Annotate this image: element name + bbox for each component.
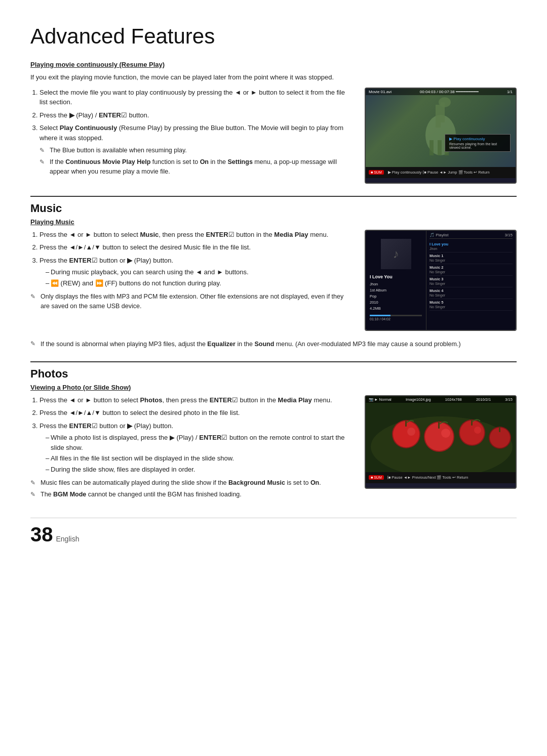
movie-step-1: Select the movie file you want to play c… <box>40 88 353 107</box>
music-text-col: Press the ◄ or ► button to select Music,… <box>30 230 353 331</box>
music-genre: Pop <box>370 293 422 300</box>
photos-step-1: Press the ◄ or ► button to select Photos… <box>40 395 353 405</box>
movie-section: Playing movie continuously (Resume Play)… <box>30 61 517 184</box>
playlist-item-1: I Love youJhon <box>429 241 513 253</box>
photos-notes: Music files can be automatically played … <box>30 478 353 499</box>
music-content-block: Press the ◄ or ► button to select Music,… <box>30 230 517 331</box>
movie-popup-title: ▶ Play continuously <box>449 137 506 141</box>
music-divider <box>30 196 517 197</box>
photo-tv-screen: 📷 ► Normal Image1024.jpg 1024x768 2010/2… <box>365 395 517 489</box>
music-artist: Jhon <box>370 281 422 287</box>
page-title: Advanced Features <box>30 24 517 49</box>
photos-subtitle: Viewing a Photo (or Slide Show) <box>30 384 517 391</box>
photo-count: 3/15 <box>505 397 513 402</box>
svg-rect-4 <box>429 140 434 155</box>
svg-rect-12 <box>405 421 407 427</box>
music-right-panel: 🎵 Playlist 3/15 I Love youJhon Music 1No… <box>426 231 516 330</box>
movie-note-1: The Blue button is available when resumi… <box>40 146 353 155</box>
photo-bottombar: ■ SUM ⟨■ Pause ◄► Previous/Next 🎬 Tools … <box>366 472 516 483</box>
playlist-icon: 🎵 Playlist <box>429 233 449 237</box>
photos-dash-notes: While a photo list is displayed, press t… <box>40 433 353 474</box>
photos-note-1: Music files can be automatically played … <box>30 478 353 488</box>
music-screen-inner: ♪ I Love You Jhon 1st Album Pop 2010 4.2… <box>366 231 516 330</box>
playlist-item-6-name: Music 5 <box>429 300 444 305</box>
music-note-1: Only displays the files with MP3 and PCM… <box>30 292 353 311</box>
playlist-item-4-name: Music 3 <box>429 277 444 281</box>
playlist-item-2-singer: No Singer <box>429 259 445 262</box>
music-time: 01:10 / 04:02 <box>370 317 390 321</box>
playlist-count: 3/15 <box>504 233 513 237</box>
svg-rect-16 <box>438 422 440 429</box>
movie-popup-desc: Resumes playing from the last viewed sce… <box>449 142 506 149</box>
music-screen-col: ♪ I Love You Jhon 1st Album Pop 2010 4.2… <box>365 230 517 331</box>
music-dash-notes: During music playback, you can search us… <box>40 267 353 288</box>
music-progress: 01:10 / 04:02 <box>370 315 422 321</box>
music-subtitle: Playing Music <box>30 218 517 226</box>
music-year: 2010 <box>370 300 422 306</box>
movie-bottombar: ■ SUM ▶ Play continuously ⟨■ Pause ◄► Ju… <box>366 167 516 178</box>
music-size: 4.2MB <box>370 306 422 312</box>
playlist-item-3-name: Music 2 <box>429 265 444 270</box>
playlist-item-2-name: Music 1 <box>429 254 444 258</box>
playlist-item-4-singer: No Singer <box>429 282 445 285</box>
photos-dash-1: While a photo list is displayed, press t… <box>46 433 353 452</box>
svg-point-15 <box>441 429 450 438</box>
photos-section: Photos Viewing a Photo (or Slide Show) P… <box>30 367 517 502</box>
photo-illustration <box>366 396 516 472</box>
photos-divider <box>30 361 517 362</box>
movie-intro: If you exit the playing movie function, … <box>30 72 517 82</box>
svg-point-3 <box>439 97 451 107</box>
music-bottombar: ■ SUM ⟨■ Pause ◄► Jump 🎬 Tools ↩ Return <box>366 330 516 331</box>
svg-point-11 <box>407 428 415 436</box>
playlist-item-3: Music 2No Singer <box>429 264 513 276</box>
page-number: 38 <box>30 523 53 546</box>
svg-rect-1 <box>436 105 441 128</box>
playlist-item-5-singer: No Singer <box>429 293 445 297</box>
photo-controls: ⟨■ Pause ◄► Previous/Next 🎬 Tools ↩ Retu… <box>387 475 468 480</box>
music-playlist-header: 🎵 Playlist 3/15 <box>429 233 513 239</box>
playlist-item-1-name: I Love you <box>429 242 448 246</box>
page-footer: 38 English <box>30 518 517 551</box>
svg-rect-20 <box>471 420 473 426</box>
music-step-1: Press the ◄ or ► button to select Music,… <box>40 230 353 240</box>
music-progress-fill <box>370 315 390 316</box>
playlist-item-3-singer: No Singer <box>429 270 445 274</box>
movie-popup: ▶ Play continuously Resumes playing from… <box>445 134 511 152</box>
movie-controls: ▶ Play continuously ⟨■ Pause ◄► Jump 🎬 T… <box>388 170 490 175</box>
movie-screen-col: Movie 01.avi 00:04:03 / 00:07:38 ━━━━━━━… <box>365 88 517 184</box>
playlist-item-6-singer: No Singer <box>429 305 445 309</box>
photos-screen-col: 📷 ► Normal Image1024.jpg 1024x768 2010/2… <box>365 395 517 502</box>
photo-topbar: 📷 ► Normal Image1024.jpg 1024x768 2010/2… <box>366 396 516 403</box>
btn-sum: ■ SUM <box>369 170 384 175</box>
movie-steps: Select the movie file you want to play c… <box>30 88 353 177</box>
photos-step-2: Press the ◄/►/▲/▼ button to select the d… <box>40 408 353 418</box>
photos-dash-3: During the slide show, files are display… <box>46 465 353 475</box>
photo-icon: 📷 ► Normal <box>369 397 392 402</box>
page-language: English <box>56 527 80 551</box>
photos-step-3: Press the ENTER☑ button or ▶ (Play) butt… <box>40 421 353 475</box>
photos-steps: Press the ◄ or ► button to select Photos… <box>30 395 353 475</box>
movie-bg: Movie 01.avi 00:04:03 / 00:07:38 ━━━━━━━… <box>366 89 516 167</box>
movie-tv-screen: Movie 01.avi 00:04:03 / 00:07:38 ━━━━━━━… <box>365 88 517 184</box>
movie-step-2: Press the ▶ (Play) / ENTER☑ button. <box>40 110 353 120</box>
photos-title: Photos <box>30 367 517 381</box>
movie-count: 1/1 <box>507 90 513 94</box>
movie-text-col: Select the movie file you want to play c… <box>30 88 353 184</box>
music-left-panel: ♪ I Love You Jhon 1st Album Pop 2010 4.2… <box>366 231 426 330</box>
svg-rect-5 <box>438 140 442 155</box>
movie-subtitle: Playing movie continuously (Resume Play) <box>30 61 517 68</box>
playlist-item-5: Music 4No Singer <box>429 287 513 299</box>
svg-rect-23 <box>499 427 500 432</box>
photos-content-block: Press the ◄ or ► button to select Photos… <box>30 395 517 502</box>
movie-filename: Movie 01.avi <box>369 90 392 94</box>
music-album-art: ♪ <box>381 239 411 269</box>
music-steps: Press the ◄ or ► button to select Music,… <box>30 230 353 288</box>
music-step-2: Press the ◄/►/▲/▼ button to select the d… <box>40 242 353 253</box>
music-title: Music <box>30 202 517 215</box>
photo-btn-sum: ■ SUM <box>369 475 384 480</box>
photo-bg: 📷 ► Normal Image1024.jpg 1024x768 2010/2… <box>366 396 516 472</box>
movie-note-2: If the Continuous Movie Play Help functi… <box>40 157 353 177</box>
music-info: I Love You Jhon 1st Album Pop 2010 4.2MB <box>370 273 422 312</box>
music-notes: Only displays the files with MP3 and PCM… <box>30 292 353 311</box>
movie-content-block: Select the movie file you want to play c… <box>30 88 517 184</box>
